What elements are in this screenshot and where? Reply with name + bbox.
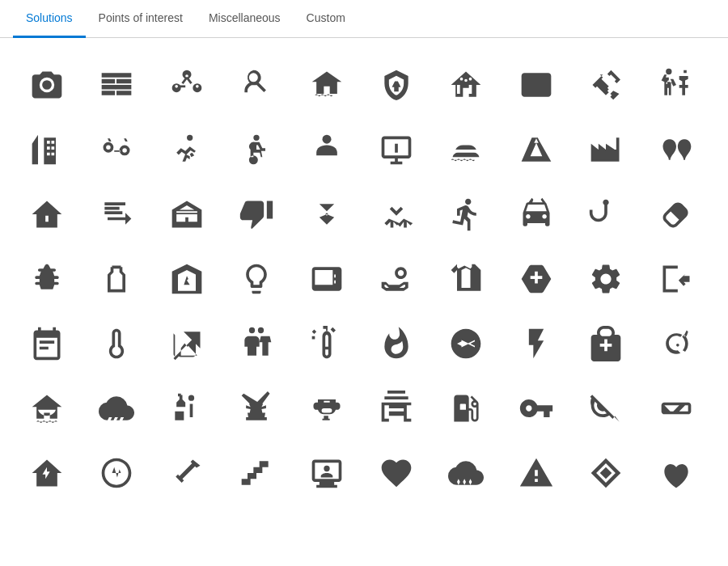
icon-garage[interactable] [156,184,218,245]
icon-family-group[interactable] [226,313,287,374]
icon-stairs-down[interactable] [226,442,287,504]
icon-wheat-slash[interactable] [226,378,287,439]
icon-pickaxe[interactable] [156,442,218,504]
tab-points-of-interest[interactable]: Points of interest [86,0,196,38]
icon-fishing[interactable] [645,313,707,374]
icon-building-grid[interactable] [366,378,427,439]
icon-hands-money[interactable] [366,248,427,310]
icon-bottle[interactable] [86,248,147,310]
tab-bar: Solutions Points of interest Miscellaneo… [0,0,728,38]
icon-pill[interactable] [645,184,707,245]
icon-microwave[interactable] [296,248,358,310]
svg-point-3 [322,135,331,144]
icon-falling-person[interactable] [156,119,218,180]
icon-lightbulb[interactable] [226,248,287,310]
icons-scroll-area[interactable] [0,38,728,566]
icon-fire-flame[interactable] [366,313,427,374]
icon-house-flood[interactable] [16,378,78,439]
icon-key-slash[interactable] [575,378,637,439]
icon-chat-water[interactable] [86,184,147,245]
icon-leaf-card[interactable] [506,54,567,116]
app-container: Solutions Points of interest Miscellaneo… [0,0,728,566]
icon-factory-broken[interactable] [575,119,637,180]
icon-thumbs-down[interactable] [226,184,287,245]
icon-calendar-grid[interactable] [16,313,78,374]
icon-fire-extinguisher[interactable] [296,313,358,374]
icon-handcuffs[interactable] [86,119,147,180]
icon-shield-down[interactable] [366,54,427,116]
icon-hands-heart[interactable] [366,442,427,504]
tab-solutions[interactable]: Solutions [13,0,86,38]
icon-lightning-house[interactable] [16,442,78,504]
icon-person-screen[interactable] [296,442,358,504]
main-content [0,38,728,566]
icon-kidneys[interactable] [645,119,707,180]
icon-door-arrow[interactable] [645,248,707,310]
icon-diamond-grid[interactable] [575,442,637,504]
icon-camera[interactable] [16,54,78,116]
icon-brick-wall[interactable] [86,54,147,116]
icon-network[interactable] [156,54,218,116]
icon-flood-road[interactable] [435,119,497,180]
icon-home-person[interactable] [16,184,78,245]
icon-gear[interactable] [575,248,637,310]
icon-shirt[interactable] [435,248,497,310]
icon-no-photo[interactable] [156,313,218,374]
icon-car-crash[interactable] [506,184,567,245]
icon-thermometer[interactable] [86,313,147,374]
icon-medical-star[interactable] [506,248,567,310]
icon-maple-cross[interactable] [16,248,78,310]
icon-bottle-burger[interactable] [156,378,218,439]
icon-figure-sign[interactable] [645,54,707,116]
icon-flood-house[interactable] [296,54,358,116]
tab-miscellaneous[interactable]: Miscellaneous [196,0,294,38]
icon-hands-raised[interactable] [645,442,707,504]
icon-family-home[interactable] [435,54,497,116]
icon-hammer[interactable] [575,54,637,116]
svg-line-1 [187,78,192,83]
icon-grid [8,54,720,504]
icon-building-crack[interactable] [156,248,218,310]
icon-cloud-rain[interactable] [86,378,147,439]
icon-heart-monitor[interactable] [86,442,147,504]
icon-cloud-snow[interactable] [435,442,497,504]
icon-monitor-alert[interactable] [366,119,427,180]
icon-person-road[interactable] [435,184,497,245]
icon-search-person[interactable] [226,54,287,116]
tab-custom[interactable]: Custom [294,0,358,38]
icon-key[interactable] [506,378,567,439]
icon-wheelchair[interactable] [226,119,287,180]
icon-gas-pump[interactable] [435,378,497,439]
icon-fire-dept[interactable] [435,313,497,374]
icon-spark[interactable] [506,313,567,374]
icon-mountain[interactable] [506,119,567,180]
icon-arrows-down-split[interactable] [366,184,427,245]
icon-person-shadow[interactable] [296,119,358,180]
icon-pot[interactable] [296,378,358,439]
icon-triangle-alert[interactable] [506,442,567,504]
icon-hook[interactable] [575,184,637,245]
icon-building[interactable] [16,119,78,180]
icon-arrows-split[interactable] [296,184,358,245]
icon-barrier[interactable] [645,378,707,439]
icon-medical-bag[interactable] [575,313,637,374]
